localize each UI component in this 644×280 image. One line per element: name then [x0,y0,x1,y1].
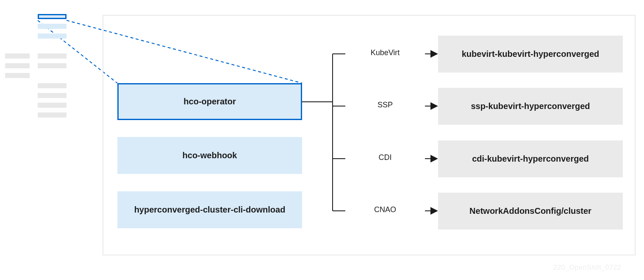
hco-webhook-box: hco-webhook [117,137,302,174]
target-cdi-label: cdi-kubevirt-hyperconverged [472,154,589,164]
target-cnao-label: NetworkAddonsConfig/cluster [469,206,591,216]
hcc-cli-download-box: hyperconverged-cluster-cli-download [117,191,302,228]
target-kubevirt-box: kubevirt-kubevirt-hyperconverged [438,36,623,73]
target-kubevirt-label: kubevirt-kubevirt-hyperconverged [462,49,600,59]
target-ssp-label: ssp-kubevirt-hyperconverged [471,101,590,111]
hco-operator-box: hco-operator [117,83,302,120]
edge-label-cnao: CNAO [345,205,425,214]
mini-selected-item [38,14,67,19]
target-cdi-box: cdi-kubevirt-hyperconverged [438,140,623,177]
edge-label-cdi: CDI [345,153,425,162]
mini-left-item [5,53,30,59]
mini-left-item [5,63,30,68]
mini-item [38,112,67,118]
mini-left-item [5,73,30,78]
hco-operator-label: hco-operator [183,97,236,106]
mini-item [38,93,67,98]
edge-label-ssp: SSP [345,101,425,109]
hco-webhook-label: hco-webhook [183,151,237,160]
watermark: 220_OpenShift_0722 [553,264,621,272]
mini-item [38,53,67,59]
target-ssp-box: ssp-kubevirt-hyperconverged [438,88,623,125]
hcc-cli-download-label: hyperconverged-cluster-cli-download [134,205,286,215]
edge-label-kubevirt: KubeVirt [345,48,425,57]
mini-item [38,103,67,108]
mini-item [38,83,67,88]
mini-item [38,63,67,68]
target-cnao-box: NetworkAddonsConfig/cluster [438,193,623,230]
mini-item [38,24,67,29]
mini-item [38,34,67,39]
